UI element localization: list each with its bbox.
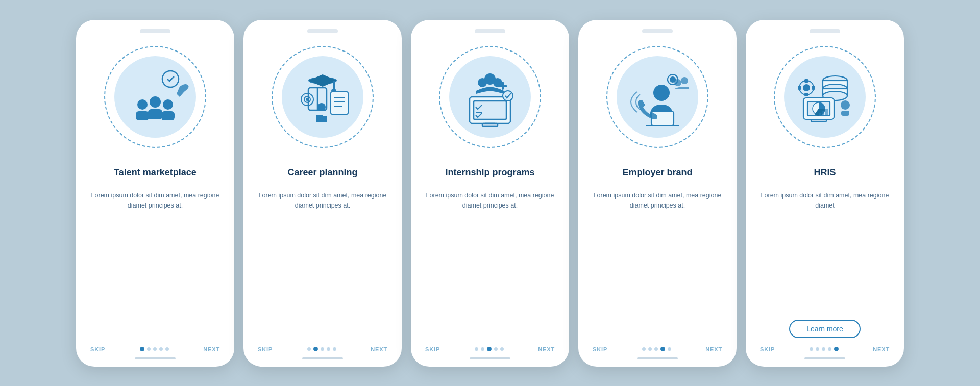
illustration-internship — [431, 38, 549, 156]
dot-c3 — [321, 347, 324, 351]
card-title-employer: Employer brand — [622, 161, 692, 185]
svg-point-2 — [150, 96, 161, 108]
dot-i2 — [481, 347, 484, 351]
svg-point-20 — [306, 98, 308, 100]
phone-card-employer-brand: Employer brand Lorem ipsum dolor sit dim… — [578, 20, 737, 367]
dot-h4 — [828, 347, 831, 351]
svg-rect-53 — [798, 86, 801, 89]
nav-bar-internship: SKIP NEXT — [422, 346, 558, 352]
phone-notch-4 — [642, 29, 673, 33]
phone-card-internship: Internship programs Lorem ipsum dolor si… — [411, 20, 569, 367]
dot-h3 — [822, 347, 825, 351]
card-title-hris: HRIS — [814, 161, 836, 185]
svg-rect-30 — [498, 85, 507, 87]
svg-point-31 — [503, 91, 513, 101]
card-body-career: Lorem ipsum dolor sit dim amet, mea regi… — [255, 190, 390, 341]
svg-rect-58 — [825, 109, 828, 116]
bottom-bar-career — [302, 357, 343, 359]
skip-label-hris[interactable]: SKIP — [760, 346, 775, 352]
dot-e5 — [668, 347, 671, 351]
dots-employer — [642, 347, 671, 351]
svg-rect-5 — [161, 111, 175, 120]
svg-rect-54 — [812, 86, 815, 89]
dot-e4 — [660, 347, 665, 351]
hris-icon — [784, 56, 866, 138]
skip-label-internship[interactable]: SKIP — [425, 346, 440, 352]
next-label-hris[interactable]: NEXT — [873, 346, 890, 352]
card-body-hris: Lorem ipsum dolor sit dim amet, mea regi… — [757, 190, 893, 315]
dot-h5 — [834, 347, 839, 351]
illustration-career — [264, 38, 381, 156]
nav-bar-talent: SKIP NEXT — [87, 346, 223, 352]
card-title-career: Career planning — [287, 161, 357, 185]
nav-bar-career: SKIP NEXT — [255, 346, 390, 352]
phone-card-talent-marketplace: Talent marketplace Lorem ipsum dolor sit… — [76, 20, 234, 367]
next-label-talent[interactable]: NEXT — [203, 346, 220, 352]
svg-rect-9 — [333, 81, 335, 90]
next-label-employer[interactable]: NEXT — [705, 346, 722, 352]
card-body-talent: Lorem ipsum dolor sit dim amet, mea regi… — [87, 190, 223, 341]
illustration-talent — [96, 38, 214, 156]
dot-e2 — [648, 347, 652, 351]
internship-icon — [449, 56, 531, 138]
dot-h2 — [816, 347, 819, 351]
dot-i1 — [475, 347, 478, 351]
svg-point-6 — [162, 71, 179, 87]
nav-bar-hris: SKIP NEXT — [757, 346, 893, 352]
skip-label-career[interactable]: SKIP — [258, 346, 273, 352]
dot-i5 — [500, 347, 504, 351]
phone-notch-3 — [475, 29, 505, 33]
svg-rect-47 — [811, 119, 826, 122]
illustration-hris — [766, 38, 884, 156]
svg-point-37 — [674, 79, 681, 86]
dot-c2 — [313, 347, 318, 351]
svg-point-0 — [137, 99, 148, 110]
svg-rect-1 — [136, 111, 149, 120]
phone-card-hris: HRIS Lorem ipsum dolor sit dim amet, mea… — [746, 20, 904, 367]
learn-more-button[interactable]: Learn more — [789, 320, 861, 338]
dots-talent — [140, 347, 169, 351]
dot-2 — [147, 347, 151, 351]
card-body-internship: Lorem ipsum dolor sit dim amet, mea regi… — [422, 190, 558, 341]
phone-notch-2 — [307, 29, 338, 33]
card-body-employer: Lorem ipsum dolor sit dim amet, mea regi… — [590, 190, 725, 341]
dot-i3 — [487, 347, 492, 351]
skip-label-employer[interactable]: SKIP — [593, 346, 607, 352]
svg-rect-52 — [805, 93, 808, 96]
dot-c4 — [327, 347, 330, 351]
dot-c1 — [307, 347, 311, 351]
phone-card-career-planning: Career planning Lorem ipsum dolor sit di… — [243, 20, 402, 367]
illustration-employer — [599, 38, 716, 156]
dot-3 — [153, 347, 157, 351]
phone-notch-5 — [810, 29, 840, 33]
dot-1 — [140, 347, 144, 351]
bottom-bar-hris — [804, 357, 845, 359]
card-title-internship: Internship programs — [445, 161, 534, 185]
svg-rect-24 — [482, 123, 498, 126]
svg-rect-57 — [822, 111, 824, 116]
dot-e3 — [654, 347, 658, 351]
next-label-internship[interactable]: NEXT — [538, 346, 555, 352]
svg-rect-59 — [819, 113, 821, 116]
svg-point-4 — [163, 99, 173, 110]
nav-bar-employer: SKIP NEXT — [590, 346, 725, 352]
svg-rect-56 — [841, 111, 849, 116]
dots-internship — [475, 347, 504, 351]
bottom-bar-internship — [470, 357, 510, 359]
svg-point-50 — [803, 85, 810, 91]
skip-label-talent[interactable]: SKIP — [90, 346, 105, 352]
card-title-talent: Talent marketplace — [114, 161, 197, 185]
dots-hris — [810, 347, 839, 351]
svg-marker-8 — [308, 74, 337, 87]
svg-point-32 — [653, 85, 670, 101]
svg-rect-13 — [331, 92, 348, 114]
phone-notch — [140, 29, 170, 33]
next-label-career[interactable]: NEXT — [371, 346, 387, 352]
svg-rect-3 — [148, 109, 162, 119]
dot-4 — [159, 347, 163, 351]
employer-icon — [617, 56, 698, 138]
bottom-bar-talent — [135, 357, 176, 359]
svg-point-38 — [681, 77, 688, 84]
svg-point-55 — [841, 100, 850, 110]
dots-career — [307, 347, 336, 351]
